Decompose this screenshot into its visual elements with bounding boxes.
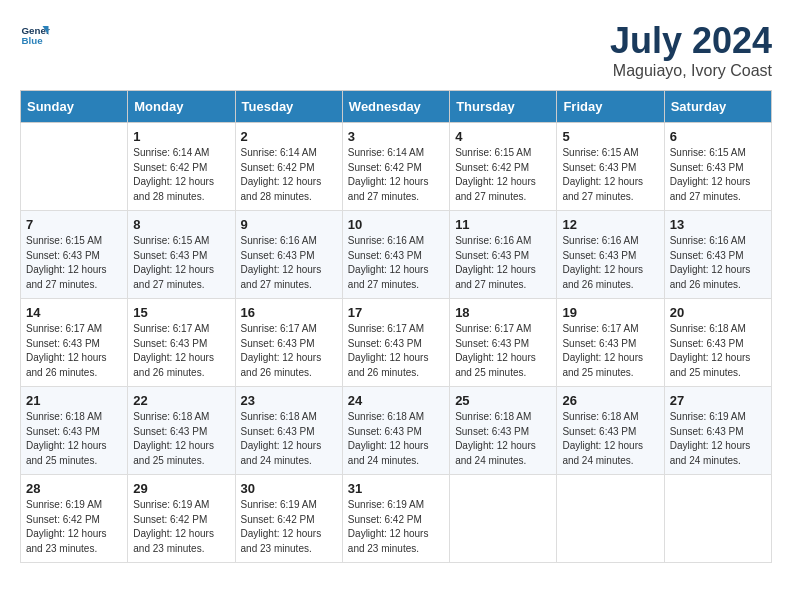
day-info: Sunrise: 6:15 AM Sunset: 6:43 PM Dayligh… — [133, 234, 229, 292]
day-number: 21 — [26, 393, 122, 408]
table-row: 19Sunrise: 6:17 AM Sunset: 6:43 PM Dayli… — [557, 299, 664, 387]
table-row — [664, 475, 771, 563]
calendar-week-row: 14Sunrise: 6:17 AM Sunset: 6:43 PM Dayli… — [21, 299, 772, 387]
day-number: 26 — [562, 393, 658, 408]
table-row: 31Sunrise: 6:19 AM Sunset: 6:42 PM Dayli… — [342, 475, 449, 563]
table-row: 10Sunrise: 6:16 AM Sunset: 6:43 PM Dayli… — [342, 211, 449, 299]
day-number: 25 — [455, 393, 551, 408]
col-wednesday: Wednesday — [342, 91, 449, 123]
table-row: 4Sunrise: 6:15 AM Sunset: 6:42 PM Daylig… — [450, 123, 557, 211]
table-row: 27Sunrise: 6:19 AM Sunset: 6:43 PM Dayli… — [664, 387, 771, 475]
day-info: Sunrise: 6:19 AM Sunset: 6:42 PM Dayligh… — [241, 498, 337, 556]
day-number: 23 — [241, 393, 337, 408]
logo: General Blue — [20, 20, 50, 50]
day-number: 14 — [26, 305, 122, 320]
day-number: 7 — [26, 217, 122, 232]
day-info: Sunrise: 6:17 AM Sunset: 6:43 PM Dayligh… — [455, 322, 551, 380]
day-number: 3 — [348, 129, 444, 144]
calendar-week-row: 21Sunrise: 6:18 AM Sunset: 6:43 PM Dayli… — [21, 387, 772, 475]
table-row — [450, 475, 557, 563]
day-number: 22 — [133, 393, 229, 408]
svg-text:Blue: Blue — [22, 35, 44, 46]
header-row: Sunday Monday Tuesday Wednesday Thursday… — [21, 91, 772, 123]
col-friday: Friday — [557, 91, 664, 123]
day-number: 1 — [133, 129, 229, 144]
table-row: 28Sunrise: 6:19 AM Sunset: 6:42 PM Dayli… — [21, 475, 128, 563]
logo-icon: General Blue — [20, 20, 50, 50]
table-row: 6Sunrise: 6:15 AM Sunset: 6:43 PM Daylig… — [664, 123, 771, 211]
day-info: Sunrise: 6:16 AM Sunset: 6:43 PM Dayligh… — [348, 234, 444, 292]
calendar-body: 1Sunrise: 6:14 AM Sunset: 6:42 PM Daylig… — [21, 123, 772, 563]
day-number: 12 — [562, 217, 658, 232]
table-row: 12Sunrise: 6:16 AM Sunset: 6:43 PM Dayli… — [557, 211, 664, 299]
col-sunday: Sunday — [21, 91, 128, 123]
day-number: 6 — [670, 129, 766, 144]
day-number: 20 — [670, 305, 766, 320]
day-number: 8 — [133, 217, 229, 232]
table-row: 17Sunrise: 6:17 AM Sunset: 6:43 PM Dayli… — [342, 299, 449, 387]
day-number: 24 — [348, 393, 444, 408]
table-row: 15Sunrise: 6:17 AM Sunset: 6:43 PM Dayli… — [128, 299, 235, 387]
month-title: July 2024 — [610, 20, 772, 62]
day-info: Sunrise: 6:19 AM Sunset: 6:42 PM Dayligh… — [26, 498, 122, 556]
day-number: 4 — [455, 129, 551, 144]
day-info: Sunrise: 6:18 AM Sunset: 6:43 PM Dayligh… — [133, 410, 229, 468]
table-row — [21, 123, 128, 211]
day-info: Sunrise: 6:16 AM Sunset: 6:43 PM Dayligh… — [455, 234, 551, 292]
col-thursday: Thursday — [450, 91, 557, 123]
table-row: 14Sunrise: 6:17 AM Sunset: 6:43 PM Dayli… — [21, 299, 128, 387]
table-row: 2Sunrise: 6:14 AM Sunset: 6:42 PM Daylig… — [235, 123, 342, 211]
title-block: July 2024 Maguiayo, Ivory Coast — [610, 20, 772, 80]
day-info: Sunrise: 6:17 AM Sunset: 6:43 PM Dayligh… — [133, 322, 229, 380]
table-row: 16Sunrise: 6:17 AM Sunset: 6:43 PM Dayli… — [235, 299, 342, 387]
day-number: 30 — [241, 481, 337, 496]
day-info: Sunrise: 6:14 AM Sunset: 6:42 PM Dayligh… — [241, 146, 337, 204]
calendar-table: Sunday Monday Tuesday Wednesday Thursday… — [20, 90, 772, 563]
day-number: 17 — [348, 305, 444, 320]
calendar-week-row: 28Sunrise: 6:19 AM Sunset: 6:42 PM Dayli… — [21, 475, 772, 563]
day-info: Sunrise: 6:18 AM Sunset: 6:43 PM Dayligh… — [241, 410, 337, 468]
day-info: Sunrise: 6:17 AM Sunset: 6:43 PM Dayligh… — [26, 322, 122, 380]
day-number: 28 — [26, 481, 122, 496]
day-info: Sunrise: 6:15 AM Sunset: 6:42 PM Dayligh… — [455, 146, 551, 204]
day-info: Sunrise: 6:15 AM Sunset: 6:43 PM Dayligh… — [26, 234, 122, 292]
location: Maguiayo, Ivory Coast — [610, 62, 772, 80]
table-row: 18Sunrise: 6:17 AM Sunset: 6:43 PM Dayli… — [450, 299, 557, 387]
col-tuesday: Tuesday — [235, 91, 342, 123]
table-row: 25Sunrise: 6:18 AM Sunset: 6:43 PM Dayli… — [450, 387, 557, 475]
day-info: Sunrise: 6:16 AM Sunset: 6:43 PM Dayligh… — [562, 234, 658, 292]
page-header: General Blue July 2024 Maguiayo, Ivory C… — [20, 20, 772, 80]
day-info: Sunrise: 6:15 AM Sunset: 6:43 PM Dayligh… — [670, 146, 766, 204]
day-number: 18 — [455, 305, 551, 320]
calendar-week-row: 1Sunrise: 6:14 AM Sunset: 6:42 PM Daylig… — [21, 123, 772, 211]
day-info: Sunrise: 6:18 AM Sunset: 6:43 PM Dayligh… — [670, 322, 766, 380]
table-row: 21Sunrise: 6:18 AM Sunset: 6:43 PM Dayli… — [21, 387, 128, 475]
day-info: Sunrise: 6:18 AM Sunset: 6:43 PM Dayligh… — [348, 410, 444, 468]
table-row: 9Sunrise: 6:16 AM Sunset: 6:43 PM Daylig… — [235, 211, 342, 299]
day-info: Sunrise: 6:18 AM Sunset: 6:43 PM Dayligh… — [562, 410, 658, 468]
day-info: Sunrise: 6:14 AM Sunset: 6:42 PM Dayligh… — [348, 146, 444, 204]
day-info: Sunrise: 6:17 AM Sunset: 6:43 PM Dayligh… — [348, 322, 444, 380]
day-info: Sunrise: 6:19 AM Sunset: 6:42 PM Dayligh… — [133, 498, 229, 556]
day-info: Sunrise: 6:19 AM Sunset: 6:43 PM Dayligh… — [670, 410, 766, 468]
table-row: 5Sunrise: 6:15 AM Sunset: 6:43 PM Daylig… — [557, 123, 664, 211]
day-number: 2 — [241, 129, 337, 144]
table-row: 29Sunrise: 6:19 AM Sunset: 6:42 PM Dayli… — [128, 475, 235, 563]
table-row: 7Sunrise: 6:15 AM Sunset: 6:43 PM Daylig… — [21, 211, 128, 299]
table-row: 3Sunrise: 6:14 AM Sunset: 6:42 PM Daylig… — [342, 123, 449, 211]
day-number: 19 — [562, 305, 658, 320]
day-number: 27 — [670, 393, 766, 408]
calendar-week-row: 7Sunrise: 6:15 AM Sunset: 6:43 PM Daylig… — [21, 211, 772, 299]
day-number: 13 — [670, 217, 766, 232]
calendar-header: Sunday Monday Tuesday Wednesday Thursday… — [21, 91, 772, 123]
table-row: 22Sunrise: 6:18 AM Sunset: 6:43 PM Dayli… — [128, 387, 235, 475]
day-info: Sunrise: 6:16 AM Sunset: 6:43 PM Dayligh… — [241, 234, 337, 292]
day-number: 11 — [455, 217, 551, 232]
table-row: 20Sunrise: 6:18 AM Sunset: 6:43 PM Dayli… — [664, 299, 771, 387]
day-info: Sunrise: 6:17 AM Sunset: 6:43 PM Dayligh… — [562, 322, 658, 380]
table-row: 1Sunrise: 6:14 AM Sunset: 6:42 PM Daylig… — [128, 123, 235, 211]
day-number: 10 — [348, 217, 444, 232]
col-saturday: Saturday — [664, 91, 771, 123]
table-row — [557, 475, 664, 563]
table-row: 23Sunrise: 6:18 AM Sunset: 6:43 PM Dayli… — [235, 387, 342, 475]
